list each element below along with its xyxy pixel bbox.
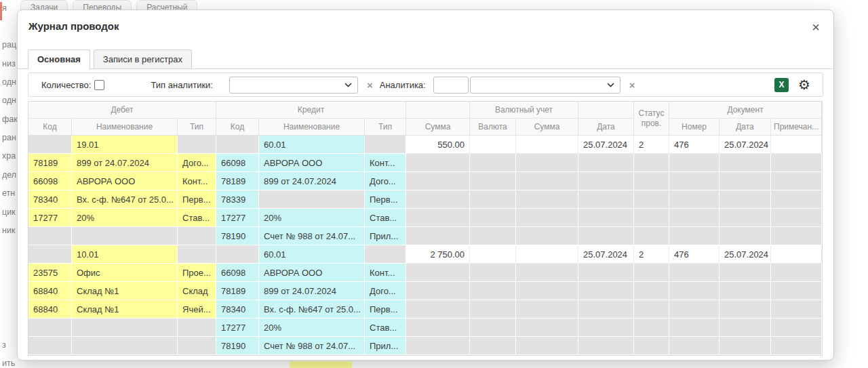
- cell-credit-name[interactable]: 20%: [259, 319, 365, 337]
- cell-currency[interactable]: [470, 190, 516, 209]
- cell-currency[interactable]: [470, 337, 516, 355]
- cell-debit-type[interactable]: [178, 227, 216, 245]
- cell-debit-type[interactable]: [178, 337, 216, 355]
- cell-credit-code[interactable]: 78190: [216, 337, 259, 355]
- cell-currency[interactable]: [470, 300, 516, 319]
- cell-sum[interactable]: [406, 300, 470, 319]
- cell-debit-code[interactable]: [28, 136, 72, 154]
- cell-credit-code[interactable]: 78340: [216, 300, 259, 319]
- cell-currency-sum[interactable]: [516, 300, 578, 319]
- cell-sum[interactable]: [406, 209, 470, 227]
- cell-credit-type[interactable]: Став...: [365, 319, 406, 337]
- clear-analytics-icon[interactable]: ×: [629, 79, 635, 91]
- cell-debit-code[interactable]: [28, 319, 72, 337]
- cell-sum[interactable]: [406, 227, 470, 245]
- cell-number[interactable]: [669, 282, 719, 300]
- cell-debit-code[interactable]: [28, 227, 72, 245]
- cell-number[interactable]: [669, 172, 719, 190]
- cell-note[interactable]: [771, 154, 822, 172]
- cell-date[interactable]: 25.07.2024: [578, 136, 634, 154]
- cell-status[interactable]: [634, 264, 669, 282]
- cell-currency-sum[interactable]: [516, 319, 578, 337]
- cell-credit-type[interactable]: [365, 245, 406, 264]
- cell-debit-code[interactable]: 78189: [28, 154, 72, 172]
- cell-date[interactable]: [578, 227, 634, 245]
- cell-credit-code[interactable]: 78189: [216, 282, 259, 300]
- cell-currency-sum[interactable]: [516, 245, 578, 264]
- quantity-checkbox[interactable]: [94, 80, 104, 90]
- cell-credit-name[interactable]: АВРОРА ООО: [259, 154, 365, 172]
- cell-debit-type[interactable]: Ячей...: [178, 300, 216, 319]
- cell-status[interactable]: [634, 300, 669, 319]
- cell-date[interactable]: [578, 300, 634, 319]
- cell-date[interactable]: [578, 209, 634, 227]
- cell-sum[interactable]: [406, 190, 470, 209]
- cell-debit-type[interactable]: Прое...: [178, 264, 216, 282]
- cell-doc-date[interactable]: [719, 282, 771, 300]
- cell-currency-sum[interactable]: [516, 209, 578, 227]
- cell-currency[interactable]: [470, 282, 516, 300]
- cell-date[interactable]: [578, 319, 634, 337]
- cell-credit-code[interactable]: 78190: [216, 227, 259, 245]
- cell-debit-name[interactable]: Вх. с-ф. №647 от 25.0...: [72, 190, 178, 209]
- cell-credit-name[interactable]: 20%: [259, 209, 365, 227]
- cell-date[interactable]: [578, 154, 634, 172]
- cell-credit-code[interactable]: [216, 245, 259, 264]
- analytics-type-select[interactable]: [229, 77, 358, 94]
- cell-debit-type[interactable]: [178, 245, 216, 264]
- cell-credit-code[interactable]: 17277: [216, 319, 259, 337]
- cell-currency[interactable]: [470, 245, 516, 264]
- cell-debit-name[interactable]: [72, 227, 178, 245]
- cell-number[interactable]: 476: [669, 136, 719, 154]
- cell-credit-name[interactable]: АВРОРА ООО: [259, 264, 365, 282]
- cell-debit-name[interactable]: 19.01: [72, 136, 178, 154]
- cell-status[interactable]: [634, 319, 669, 337]
- cell-debit-name[interactable]: АВРОРА ООО: [72, 172, 178, 190]
- cell-sum[interactable]: [406, 282, 470, 300]
- cell-note[interactable]: [771, 209, 822, 227]
- cell-credit-name[interactable]: Счет № 988 от 24.07...: [259, 337, 365, 355]
- cell-doc-date[interactable]: [719, 190, 771, 209]
- cell-note[interactable]: [771, 264, 822, 282]
- cell-currency-sum[interactable]: [516, 154, 578, 172]
- cell-credit-name[interactable]: [259, 190, 365, 209]
- cell-credit-code[interactable]: 66098: [216, 264, 259, 282]
- cell-debit-name[interactable]: 10.01: [72, 245, 178, 264]
- cell-credit-name[interactable]: 60.01: [259, 245, 365, 264]
- cell-currency-sum[interactable]: [516, 264, 578, 282]
- cell-number[interactable]: [669, 227, 719, 245]
- cell-credit-code[interactable]: 78189: [216, 172, 259, 190]
- cell-currency[interactable]: [470, 227, 516, 245]
- cell-note[interactable]: [771, 300, 822, 319]
- cell-credit-type[interactable]: Конт...: [365, 264, 406, 282]
- cell-credit-code[interactable]: 78339: [216, 190, 259, 209]
- cell-debit-code[interactable]: 17277: [28, 209, 72, 227]
- cell-debit-name[interactable]: Склад №1: [72, 300, 178, 319]
- cell-doc-date[interactable]: [719, 264, 771, 282]
- cell-debit-type[interactable]: [178, 136, 216, 154]
- cell-doc-date[interactable]: [719, 154, 771, 172]
- cell-debit-type[interactable]: [178, 319, 216, 337]
- cell-number[interactable]: [669, 190, 719, 209]
- cell-doc-date[interactable]: [719, 337, 771, 355]
- cell-debit-name[interactable]: Офис: [72, 264, 178, 282]
- cell-credit-type[interactable]: Перв...: [365, 300, 406, 319]
- cell-debit-type[interactable]: Дого...: [178, 154, 216, 172]
- cell-credit-type[interactable]: Прил...: [365, 227, 406, 245]
- cell-credit-type[interactable]: Дого...: [365, 172, 406, 190]
- cell-credit-type[interactable]: Став...: [365, 209, 406, 227]
- cell-currency[interactable]: [470, 172, 516, 190]
- cell-number[interactable]: [669, 337, 719, 355]
- cell-currency[interactable]: [470, 154, 516, 172]
- cell-currency-sum[interactable]: [516, 190, 578, 209]
- cell-status[interactable]: [634, 154, 669, 172]
- cell-note[interactable]: [771, 190, 822, 209]
- cell-date[interactable]: [578, 337, 634, 355]
- cell-sum[interactable]: [406, 264, 470, 282]
- cell-status[interactable]: [634, 190, 669, 209]
- cell-debit-code[interactable]: 78340: [28, 190, 72, 209]
- cell-note[interactable]: [771, 245, 822, 264]
- tab-main[interactable]: Основная: [28, 49, 90, 69]
- cell-debit-name[interactable]: Склад №1: [72, 282, 178, 300]
- cell-sum[interactable]: [406, 337, 470, 355]
